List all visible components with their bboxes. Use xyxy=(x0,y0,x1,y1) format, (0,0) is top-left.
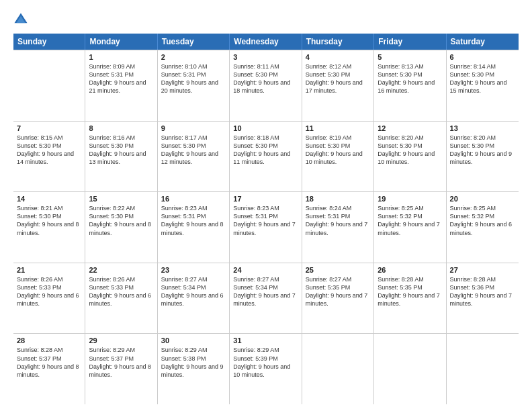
cell-sun-info: Sunrise: 8:22 AM Sunset: 5:30 PM Dayligh… xyxy=(89,204,153,237)
cell-sun-info: Sunrise: 8:20 AM Sunset: 5:30 PM Dayligh… xyxy=(450,134,515,167)
calendar-row: 21Sunrise: 8:26 AM Sunset: 5:33 PM Dayli… xyxy=(13,263,519,334)
day-number: 3 xyxy=(233,53,298,61)
day-number: 5 xyxy=(378,53,442,61)
weekday-header: Friday xyxy=(374,34,446,50)
calendar-cell: 16Sunrise: 8:23 AM Sunset: 5:31 PM Dayli… xyxy=(158,192,230,263)
calendar-cell: 3Sunrise: 8:11 AM Sunset: 5:30 PM Daylig… xyxy=(230,50,302,121)
calendar-body: 1Sunrise: 8:09 AM Sunset: 5:31 PM Daylig… xyxy=(13,50,519,404)
cell-sun-info: Sunrise: 8:10 AM Sunset: 5:31 PM Dayligh… xyxy=(161,62,226,95)
cell-sun-info: Sunrise: 8:29 AM Sunset: 5:38 PM Dayligh… xyxy=(161,346,226,379)
calendar-cell: 8Sunrise: 8:16 AM Sunset: 5:30 PM Daylig… xyxy=(85,122,157,192)
calendar-cell xyxy=(374,334,446,404)
calendar-cell xyxy=(302,334,374,404)
cell-sun-info: Sunrise: 8:26 AM Sunset: 5:33 PM Dayligh… xyxy=(89,275,153,308)
day-number: 13 xyxy=(450,124,515,132)
cell-sun-info: Sunrise: 8:23 AM Sunset: 5:31 PM Dayligh… xyxy=(233,204,298,237)
calendar-header: SundayMondayTuesdayWednesdayThursdayFrid… xyxy=(13,34,519,50)
calendar-cell: 23Sunrise: 8:27 AM Sunset: 5:34 PM Dayli… xyxy=(158,263,230,334)
cell-sun-info: Sunrise: 8:16 AM Sunset: 5:30 PM Dayligh… xyxy=(89,134,153,167)
calendar-cell: 30Sunrise: 8:29 AM Sunset: 5:38 PM Dayli… xyxy=(158,334,230,404)
day-number: 20 xyxy=(450,195,515,203)
calendar-cell: 1Sunrise: 8:09 AM Sunset: 5:31 PM Daylig… xyxy=(85,50,157,121)
cell-sun-info: Sunrise: 8:17 AM Sunset: 5:30 PM Dayligh… xyxy=(161,134,226,167)
cell-sun-info: Sunrise: 8:26 AM Sunset: 5:33 PM Dayligh… xyxy=(17,275,81,308)
day-number: 1 xyxy=(89,53,153,61)
weekday-header: Wednesday xyxy=(230,34,302,50)
cell-sun-info: Sunrise: 8:27 AM Sunset: 5:34 PM Dayligh… xyxy=(233,275,298,308)
day-number: 7 xyxy=(17,124,81,132)
day-number: 11 xyxy=(306,124,370,132)
calendar-row: 7Sunrise: 8:15 AM Sunset: 5:30 PM Daylig… xyxy=(13,122,519,193)
calendar-cell: 22Sunrise: 8:26 AM Sunset: 5:33 PM Dayli… xyxy=(85,263,157,334)
cell-sun-info: Sunrise: 8:24 AM Sunset: 5:31 PM Dayligh… xyxy=(306,204,370,237)
day-number: 26 xyxy=(378,266,442,274)
calendar-row: 1Sunrise: 8:09 AM Sunset: 5:31 PM Daylig… xyxy=(13,50,519,122)
calendar-cell: 5Sunrise: 8:13 AM Sunset: 5:30 PM Daylig… xyxy=(374,50,446,121)
calendar-cell: 27Sunrise: 8:28 AM Sunset: 5:36 PM Dayli… xyxy=(447,263,519,334)
cell-sun-info: Sunrise: 8:27 AM Sunset: 5:35 PM Dayligh… xyxy=(306,275,370,308)
calendar-cell: 2Sunrise: 8:10 AM Sunset: 5:31 PM Daylig… xyxy=(158,50,230,121)
day-number: 18 xyxy=(306,195,370,203)
calendar-cell: 12Sunrise: 8:20 AM Sunset: 5:30 PM Dayli… xyxy=(374,122,446,192)
cell-sun-info: Sunrise: 8:13 AM Sunset: 5:30 PM Dayligh… xyxy=(378,62,442,95)
cell-sun-info: Sunrise: 8:11 AM Sunset: 5:30 PM Dayligh… xyxy=(233,62,298,95)
day-number: 10 xyxy=(233,124,298,132)
calendar-cell: 20Sunrise: 8:25 AM Sunset: 5:32 PM Dayli… xyxy=(447,192,519,263)
day-number: 30 xyxy=(161,336,226,345)
cell-sun-info: Sunrise: 8:25 AM Sunset: 5:32 PM Dayligh… xyxy=(378,204,442,237)
calendar-cell: 19Sunrise: 8:25 AM Sunset: 5:32 PM Dayli… xyxy=(374,192,446,263)
day-number: 31 xyxy=(233,336,298,345)
cell-sun-info: Sunrise: 8:29 AM Sunset: 5:37 PM Dayligh… xyxy=(89,346,153,379)
day-number: 22 xyxy=(89,266,153,274)
logo xyxy=(13,12,31,27)
cell-sun-info: Sunrise: 8:28 AM Sunset: 5:35 PM Dayligh… xyxy=(378,275,442,308)
day-number: 27 xyxy=(450,266,515,274)
calendar-cell: 25Sunrise: 8:27 AM Sunset: 5:35 PM Dayli… xyxy=(302,263,374,334)
cell-sun-info: Sunrise: 8:19 AM Sunset: 5:30 PM Dayligh… xyxy=(306,134,370,167)
calendar-cell: 6Sunrise: 8:14 AM Sunset: 5:30 PM Daylig… xyxy=(447,50,519,121)
day-number: 16 xyxy=(161,195,226,203)
weekday-header: Thursday xyxy=(302,34,374,50)
day-number: 15 xyxy=(89,195,153,203)
day-number: 17 xyxy=(233,195,298,203)
calendar-cell: 29Sunrise: 8:29 AM Sunset: 5:37 PM Dayli… xyxy=(85,334,157,404)
day-number: 19 xyxy=(378,195,442,203)
weekday-header: Sunday xyxy=(13,34,85,50)
day-number: 28 xyxy=(17,336,81,345)
calendar-cell: 26Sunrise: 8:28 AM Sunset: 5:35 PM Dayli… xyxy=(374,263,446,334)
day-number: 12 xyxy=(378,124,442,132)
calendar-cell xyxy=(13,50,85,121)
cell-sun-info: Sunrise: 8:21 AM Sunset: 5:30 PM Dayligh… xyxy=(17,204,81,237)
day-number: 2 xyxy=(161,53,226,61)
cell-sun-info: Sunrise: 8:23 AM Sunset: 5:31 PM Dayligh… xyxy=(161,204,226,237)
day-number: 24 xyxy=(233,266,298,274)
cell-sun-info: Sunrise: 8:28 AM Sunset: 5:37 PM Dayligh… xyxy=(17,346,81,379)
day-number: 23 xyxy=(161,266,226,274)
calendar-cell: 24Sunrise: 8:27 AM Sunset: 5:34 PM Dayli… xyxy=(230,263,302,334)
cell-sun-info: Sunrise: 8:29 AM Sunset: 5:39 PM Dayligh… xyxy=(233,346,298,379)
header xyxy=(13,12,519,27)
cell-sun-info: Sunrise: 8:25 AM Sunset: 5:32 PM Dayligh… xyxy=(450,204,515,237)
calendar-cell: 21Sunrise: 8:26 AM Sunset: 5:33 PM Dayli… xyxy=(13,263,85,334)
cell-sun-info: Sunrise: 8:09 AM Sunset: 5:31 PM Dayligh… xyxy=(89,62,153,95)
cell-sun-info: Sunrise: 8:18 AM Sunset: 5:30 PM Dayligh… xyxy=(233,134,298,167)
calendar-cell: 14Sunrise: 8:21 AM Sunset: 5:30 PM Dayli… xyxy=(13,192,85,263)
weekday-header: Saturday xyxy=(447,34,519,50)
calendar-cell: 4Sunrise: 8:12 AM Sunset: 5:30 PM Daylig… xyxy=(302,50,374,121)
calendar-cell: 13Sunrise: 8:20 AM Sunset: 5:30 PM Dayli… xyxy=(447,122,519,192)
day-number: 21 xyxy=(17,266,81,274)
day-number: 29 xyxy=(89,336,153,345)
day-number: 14 xyxy=(17,195,81,203)
cell-sun-info: Sunrise: 8:14 AM Sunset: 5:30 PM Dayligh… xyxy=(450,62,515,95)
calendar-cell: 7Sunrise: 8:15 AM Sunset: 5:30 PM Daylig… xyxy=(13,122,85,192)
cell-sun-info: Sunrise: 8:20 AM Sunset: 5:30 PM Dayligh… xyxy=(378,134,442,167)
cell-sun-info: Sunrise: 8:15 AM Sunset: 5:30 PM Dayligh… xyxy=(17,134,81,167)
weekday-header: Tuesday xyxy=(158,34,230,50)
day-number: 4 xyxy=(306,53,370,61)
page: SundayMondayTuesdayWednesdayThursdayFrid… xyxy=(0,0,532,411)
day-number: 6 xyxy=(450,53,515,61)
calendar-cell: 18Sunrise: 8:24 AM Sunset: 5:31 PM Dayli… xyxy=(302,192,374,263)
calendar-cell xyxy=(447,334,519,404)
logo-icon xyxy=(13,12,28,27)
calendar-cell: 10Sunrise: 8:18 AM Sunset: 5:30 PM Dayli… xyxy=(230,122,302,192)
